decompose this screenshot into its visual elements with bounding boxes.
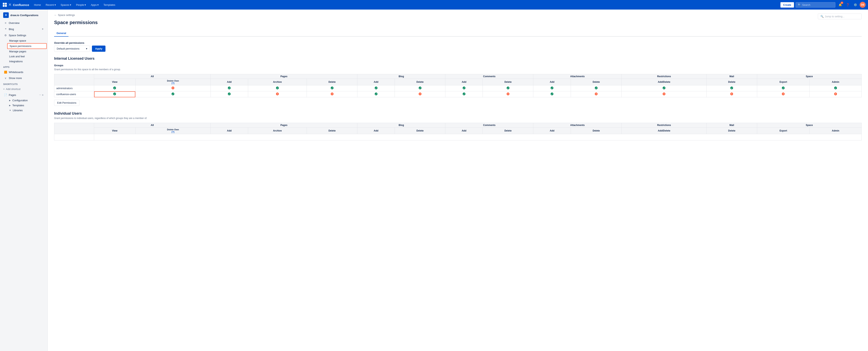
perm-cell-add_attachments[interactable] xyxy=(533,91,571,97)
admin-space-sub-header-ind: Admin xyxy=(810,128,862,134)
settings-button[interactable]: ⚙️ xyxy=(852,2,859,8)
individual-section-title: Individual Users xyxy=(54,111,862,116)
sidebar-item-space-settings[interactable]: ⚙ Space Settings xyxy=(1,32,47,38)
sidebar-item-templates[interactable]: ▶ Templates xyxy=(7,103,47,108)
perm-cell-delete_own[interactable] xyxy=(135,85,211,91)
sidebar-item-integrations[interactable]: Integrations xyxy=(7,59,47,64)
sidebar-item-configuration[interactable]: ▶ Configuration xyxy=(7,98,47,103)
svg-point-10 xyxy=(419,87,422,89)
blog-add-icon[interactable]: + xyxy=(42,27,43,31)
sidebar-item-whiteboards[interactable]: 🟧 Whiteboards xyxy=(1,69,47,75)
perm-cell-add_comments[interactable] xyxy=(445,91,483,97)
perm-cell-delete_blog[interactable] xyxy=(395,91,445,97)
sidebar-header: D draw.io Configurations xyxy=(0,9,48,20)
svg-point-8 xyxy=(331,87,334,89)
perm-cell-add_blog[interactable] xyxy=(358,91,395,97)
perm-cell-add_attachments[interactable] xyxy=(533,85,571,91)
breadcrumb[interactable]: ← Space settings xyxy=(54,13,98,17)
search-bar[interactable]: 🔍 Search xyxy=(796,2,835,7)
delete-blog-sub-header: Delete xyxy=(395,79,445,85)
help-button[interactable]: ❓ xyxy=(844,2,851,8)
table-row xyxy=(54,134,862,140)
pages-add-icon[interactable]: + xyxy=(42,93,43,96)
nav-templates[interactable]: Templates xyxy=(102,3,117,7)
perm-cell-delete_mail[interactable] xyxy=(706,85,757,91)
settings-icon: ⚙ xyxy=(4,34,7,37)
perm-cell-view[interactable] xyxy=(94,85,135,91)
comments-header-ind: Comments xyxy=(445,123,533,128)
edit-permissions-button[interactable]: Edit Permissions xyxy=(54,100,80,106)
perm-cell-delete_comments[interactable] xyxy=(483,91,533,97)
nav-home[interactable]: Home xyxy=(32,3,42,7)
perm-cell-delete_pages[interactable] xyxy=(307,85,358,91)
svg-rect-0 xyxy=(3,3,5,5)
perm-cell-add_pages[interactable] xyxy=(211,85,248,91)
pages-header: Pages xyxy=(211,74,358,79)
add-comments-sub-header-ind: Add xyxy=(445,128,483,134)
perm-cell-delete_comments[interactable] xyxy=(483,85,533,91)
chevron-down-icon: ▼ xyxy=(9,109,11,111)
sidebar-item-show-more[interactable]: ∨ Show more xyxy=(1,75,47,81)
sidebar-item-manage-pages[interactable]: Manage pages xyxy=(7,49,47,54)
delete-mail-sub-header: Delete xyxy=(706,79,757,85)
svg-point-26 xyxy=(463,93,465,95)
perm-cell-view[interactable] xyxy=(94,91,135,97)
override-dropdown[interactable]: Default permissions ▾ xyxy=(54,45,90,52)
perm-cell-add_comments[interactable] xyxy=(445,85,483,91)
sidebar-item-space-permissions[interactable]: Space permissions xyxy=(7,43,47,49)
perm-cell-delete_blog[interactable] xyxy=(395,85,445,91)
group-name-header xyxy=(54,74,94,85)
sidebar-item-manage-space[interactable]: Manage space xyxy=(7,38,47,43)
add-pages-sub-header: Add xyxy=(211,79,248,85)
sidebar-item-libraries[interactable]: ▼ Libraries xyxy=(7,108,47,113)
delete-attachments-sub-header-ind: Delete xyxy=(571,128,622,134)
perm-cell-delete_own[interactable] xyxy=(135,91,211,97)
perm-cell-admin_space[interactable] xyxy=(810,85,862,91)
perm-cell-add_delete_restrictions[interactable] xyxy=(622,85,707,91)
tab-general[interactable]: General xyxy=(54,30,68,37)
logo[interactable]: ✕ Confluence xyxy=(2,2,29,7)
nav-people[interactable]: People ▾ xyxy=(74,3,88,7)
perm-cell-export_space[interactable] xyxy=(757,85,809,91)
perm-cell-delete_attachments[interactable] xyxy=(571,91,622,97)
restrictions-header-ind: Restrictions xyxy=(622,123,707,128)
nav-recent[interactable]: Recent ▾ xyxy=(44,3,57,7)
jump-to-setting-search[interactable]: 🔍 Jump to setting... xyxy=(818,13,862,19)
help-link[interactable]: [?] xyxy=(172,82,174,84)
perm-cell-delete_attachments[interactable] xyxy=(571,85,622,91)
page-title: Space permissions xyxy=(54,20,98,25)
sidebar-item-overview[interactable]: ≡ Overview xyxy=(1,20,47,26)
sidebar-item-blog[interactable]: ❝ Blog + xyxy=(1,26,47,32)
notifications-button[interactable]: 🔔 6 xyxy=(837,2,843,8)
perm-cell-archive_pages[interactable] xyxy=(248,85,307,91)
table-row: administrators xyxy=(54,85,862,91)
perm-cell-add_blog[interactable] xyxy=(358,85,395,91)
create-button[interactable]: Create xyxy=(780,2,794,7)
perm-cell-add_delete_restrictions[interactable] xyxy=(622,91,707,97)
sidebar-item-look-and-feel[interactable]: Look and feel xyxy=(7,54,47,59)
delete-mail-sub-header-ind: Delete xyxy=(706,128,757,134)
blog-header: Blog xyxy=(358,74,445,79)
perm-cell-export_space[interactable] xyxy=(757,91,809,97)
delete-pages-sub-header-ind: Delete xyxy=(307,128,358,134)
perm-cell-admin_space[interactable] xyxy=(810,91,862,97)
perm-cell-add_pages[interactable] xyxy=(211,91,248,97)
space-logo: D xyxy=(3,12,9,18)
delete-own-sub-header: Delete Own[?] xyxy=(135,79,211,85)
perm-cell-delete_pages[interactable] xyxy=(307,91,358,97)
chevron-right-icon: ▶ xyxy=(9,99,11,101)
pages-more-options[interactable]: ··· xyxy=(39,93,41,96)
attachments-header-ind: Attachments xyxy=(533,123,622,128)
add-shortcut-button[interactable]: + Add shortcut xyxy=(0,86,48,92)
nav-spaces[interactable]: Spaces ▾ xyxy=(59,3,73,7)
perm-cell-delete_mail[interactable] xyxy=(706,91,757,97)
svg-point-13 xyxy=(551,87,553,89)
sidebar-item-pages[interactable]: 📄 Pages ··· + xyxy=(1,92,47,98)
avatar[interactable]: DB xyxy=(860,2,866,8)
apply-button[interactable]: Apply xyxy=(92,45,105,52)
pages-sub: ▶ Configuration ▶ Templates ▼ Libraries xyxy=(0,98,48,113)
help-link-ind[interactable]: [?] xyxy=(172,131,174,133)
nav-apps[interactable]: Apps ▾ xyxy=(89,3,100,7)
perm-cell-archive_pages[interactable] xyxy=(248,91,307,97)
internal-section-title: Internal Licensed Users xyxy=(54,57,862,61)
